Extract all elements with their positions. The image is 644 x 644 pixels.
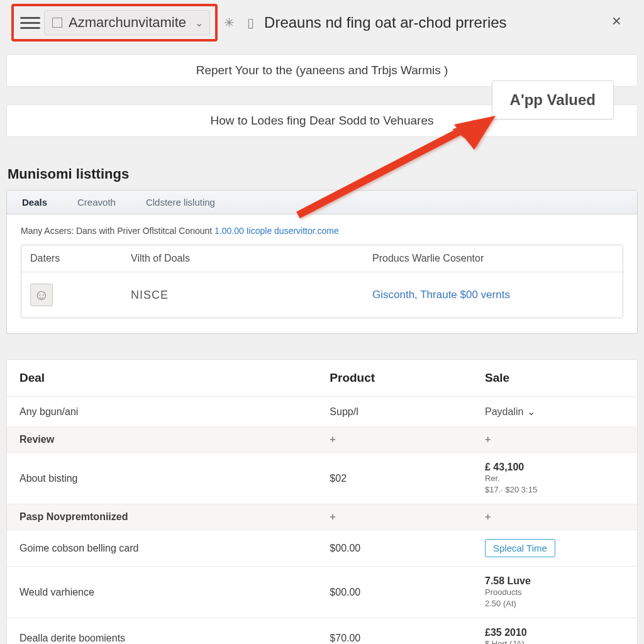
chevron-down-icon: ⌄ [527, 406, 535, 418]
grid-filter-row: Any bgun/ani Supp/l Paydalin ⌄ [7, 397, 637, 427]
cell-deal[interactable]: About bisting [19, 473, 330, 484]
gear-icon[interactable]: ✳ [224, 15, 235, 30]
grid-row: Weuld varhience$00.007.58 LuveProoducts2… [7, 567, 637, 618]
sale-line: 7.58 Luve [485, 575, 625, 587]
cell-deal: Review [19, 434, 330, 445]
cell-deal[interactable]: Weuld varhience [19, 587, 330, 598]
menu-icon[interactable] [20, 13, 40, 33]
close-icon[interactable]: × [612, 11, 621, 31]
grid-row: Goime cobson belling card$00.00Splecal T… [7, 530, 637, 567]
tab-deals[interactable]: Deals [7, 191, 62, 214]
cell-deal: Pasp Novpremtoniized [19, 511, 330, 523]
flag-icon[interactable]: ▯ [247, 15, 254, 30]
row-name: NISCE [131, 289, 372, 302]
highlighted-region: Azmarchunvitamite ⌄ [11, 4, 218, 42]
cell-deal[interactable]: Goime cobson belling card [19, 543, 330, 554]
hdr-sale: Sale [485, 371, 625, 385]
cell-sale: £ 43,100Rer.$17.· $20 3:15 [485, 462, 625, 495]
grid-row: About bisting$02£ 43,100Rer.$17.· $20 3:… [7, 453, 637, 504]
filter-sale-label: Paydalin [485, 406, 523, 418]
deals-grid: Deal Product Sale Any bgun/ani Supp/l Pa… [6, 359, 638, 644]
tab-cldstere[interactable]: Cldstere lisluting [131, 191, 230, 214]
innerbox: Daters Vilth of Doals Producs Warlie Cos… [21, 245, 623, 318]
sale-line: Prooducts [485, 587, 625, 598]
cell-deal[interactable]: Dealla derite boomients [19, 633, 330, 644]
listings-panel: Deals Creavoth Cldstere lisluting Many A… [6, 190, 638, 334]
tab-creavoth[interactable]: Creavoth [62, 191, 131, 214]
hdr-deal: Deal [19, 371, 330, 385]
sale-pill-button[interactable]: Splecal Time [485, 539, 555, 557]
grid-row: Dealla derite boomients$70.00£35 2010$ H… [7, 618, 637, 644]
page-headline: Dreauns nd fing oat ar-chod prreries [264, 14, 507, 31]
row-link[interactable]: Gisconth, Thraute $00 vernts [372, 289, 510, 301]
filter-note-text: Many Acsers: Dans with Priver Oflstitcal… [21, 226, 214, 236]
cell-product: + [330, 511, 485, 523]
section-title: Munisomi listtings [8, 166, 644, 182]
col-daters: Daters [30, 253, 131, 264]
cell-sale: + [485, 434, 625, 445]
innerbox-header: Daters Vilth of Doals Producs Warlie Cos… [21, 245, 623, 272]
cell-sale: + [485, 511, 625, 523]
filter-product[interactable]: Supp/l [330, 406, 485, 418]
innerbox-row: ☺ NISCE Gisconth, Thraute $00 vernts [21, 272, 623, 318]
app-name: Azmarchunvitamite [69, 14, 186, 31]
hdr-product: Product [330, 371, 485, 385]
banner-report-text: Repert Your to the (yaneens and Trbjs Wa… [196, 64, 448, 77]
cell-sale: £35 2010$ Hert (JA) [485, 627, 625, 644]
filter-sale-sort[interactable]: Paydalin ⌄ [485, 406, 625, 418]
col-vilth: Vilth of Doals [131, 253, 372, 264]
grid-subheader: Review++ [7, 427, 637, 453]
sale-line: £35 2010 [485, 627, 625, 638]
callout-text: A'pp Valued [510, 91, 596, 108]
cell-sale: 7.58 LuveProoducts2.50 (At) [485, 575, 625, 609]
app-switcher-dropdown[interactable]: Azmarchunvitamite ⌄ [44, 10, 210, 35]
sale-line: $ Hert (JA) [485, 638, 625, 644]
grid-header: Deal Product Sale [7, 360, 637, 397]
app-icon [51, 16, 64, 29]
chevron-down-icon: ⌄ [195, 17, 203, 29]
topbar: Azmarchunvitamite ⌄ ✳ ▯ Dreauns nd fing … [0, 0, 644, 45]
sale-line: 2.50 (At) [485, 598, 625, 609]
col-producs: Producs Warlie Cosentor [372, 253, 614, 264]
cell-product: $02 [330, 473, 485, 484]
filter-note-link[interactable]: 1.00.00 Iicople duservittor.come [214, 226, 339, 236]
cell-product: $00.00 [330, 543, 485, 554]
cell-sale: Splecal Time [485, 539, 625, 557]
panel-body: Many Acsers: Dans with Priver Oflstitcal… [7, 214, 637, 333]
filter-deal[interactable]: Any bgun/ani [19, 406, 330, 418]
grid-subheader: Pasp Novpremtoniized++ [7, 504, 637, 530]
filter-note: Many Acsers: Dans with Priver Oflstitcal… [21, 226, 623, 236]
sale-line: £ 43,100 [485, 462, 625, 473]
cell-product: $70.00 [330, 633, 485, 644]
sale-line: $17.· $20 3:15 [485, 484, 625, 496]
cell-product: + [330, 434, 485, 445]
cell-product: $00.00 [330, 587, 485, 598]
avatar-icon[interactable]: ☺ [30, 284, 53, 306]
callout-box: A'pp Valued [492, 80, 614, 119]
banner-howto-text: How to Lodes fing Dear Sodd to Vehuares [211, 114, 434, 127]
tabstrip: Deals Creavoth Cldstere lisluting [7, 191, 637, 214]
sale-line: Rer. [485, 473, 625, 484]
